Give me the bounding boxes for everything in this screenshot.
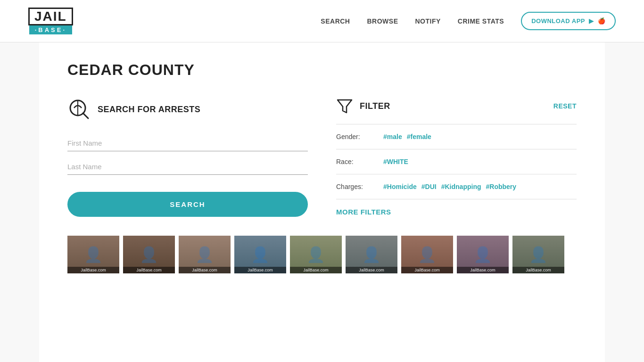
last-name-input[interactable] (67, 159, 308, 175)
filter-header: FILTER RESET (336, 98, 577, 115)
mugshot-6[interactable]: 👤 JailBase.com (346, 236, 397, 273)
mugshot-watermark-6: JailBase.com (346, 267, 397, 273)
mugshot-watermark-9: JailBase.com (512, 267, 564, 273)
charge-tag-homicide[interactable]: #Homicide (383, 183, 417, 190)
mugshot-1[interactable]: 👤 JailBase.com (67, 236, 119, 273)
search-button[interactable]: SEARCH (67, 192, 308, 217)
more-filters-button[interactable]: MORE FILTERS (336, 208, 391, 216)
race-label: Race: (336, 158, 374, 165)
jail-text: JAIL (34, 9, 67, 24)
download-label: DOWNLOAD APP (531, 17, 585, 25)
header: JAIL ·BASE· SEARCH BROWSE NOTIFY CRIME S… (0, 0, 644, 42)
apple-icon: 🍎 (598, 17, 606, 25)
filter-section: FILTER RESET Gender: #male #female Race:… (336, 98, 577, 217)
svg-marker-3 (338, 100, 352, 113)
nav: SEARCH BROWSE NOTIFY CRIME STATS DOWNLOA… (321, 12, 616, 30)
svg-line-1 (83, 113, 88, 118)
search-section-title: SEARCH FOR ARRESTS (98, 105, 200, 115)
download-app-button[interactable]: DOWNLOAD APP ▶ 🍎 (521, 12, 616, 30)
search-filter-row: SEARCH FOR ARRESTS SEARCH FILTER R (67, 98, 577, 217)
gender-label: Gender: (336, 133, 374, 140)
search-section: SEARCH FOR ARRESTS SEARCH (67, 98, 308, 217)
mugshot-watermark-8: JailBase.com (457, 267, 509, 273)
nav-browse[interactable]: BROWSE (367, 17, 398, 25)
race-tag-white[interactable]: #WHITE (383, 158, 408, 165)
filter-title: FILTER (360, 101, 390, 111)
base-text: ·BASE· (35, 26, 66, 33)
mugshot-watermark-3: JailBase.com (179, 267, 231, 273)
main-content: CEDAR COUNTY SEARCH FOR ARRESTS SEARCH (39, 42, 605, 362)
gender-tags: #male #female (383, 133, 431, 140)
nav-search[interactable]: SEARCH (321, 17, 350, 25)
nav-notify[interactable]: NOTIFY (415, 17, 440, 25)
mugshot-5[interactable]: 👤 JailBase.com (290, 236, 342, 273)
mugshot-3[interactable]: 👤 JailBase.com (179, 236, 231, 273)
mugshot-watermark-5: JailBase.com (290, 267, 342, 273)
search-header: SEARCH FOR ARRESTS (67, 98, 308, 121)
mugshot-7[interactable]: 👤 JailBase.com (401, 236, 453, 273)
logo-base: ·BASE· (29, 25, 72, 34)
logo-jail: JAIL (28, 8, 73, 25)
mugshot-9[interactable]: 👤 JailBase.com (512, 236, 564, 273)
mugshot-watermark-2: JailBase.com (123, 267, 175, 273)
charge-tag-robbery[interactable]: #Robbery (486, 183, 517, 190)
gender-tag-male[interactable]: #male (383, 133, 402, 140)
page-title: CEDAR COUNTY (67, 61, 577, 79)
charge-tag-kidnapping[interactable]: #Kidnapping (441, 183, 481, 190)
first-name-input[interactable] (67, 135, 308, 151)
mugshot-2[interactable]: 👤 JailBase.com (123, 236, 175, 273)
search-arrests-icon (67, 98, 91, 121)
charges-filter-row: Charges: #Homicide #DUI #Kidnapping #Rob… (336, 174, 577, 199)
mugshot-watermark-1: JailBase.com (67, 267, 119, 273)
first-name-group (67, 135, 308, 151)
charge-tag-dui[interactable]: #DUI (421, 183, 437, 190)
gender-tag-female[interactable]: #female (407, 133, 431, 140)
reset-button[interactable]: RESET (553, 102, 577, 110)
race-tags: #WHITE (383, 158, 408, 165)
mugshot-4[interactable]: 👤 JailBase.com (234, 236, 286, 273)
mugshot-8[interactable]: 👤 JailBase.com (457, 236, 509, 273)
last-name-group (67, 159, 308, 175)
mugshot-watermark-7: JailBase.com (401, 267, 453, 273)
filter-icon (336, 98, 353, 115)
mugshot-watermark-4: JailBase.com (234, 267, 286, 273)
mugshots-row: 👤 JailBase.com 👤 JailBase.com 👤 JailBase… (67, 236, 577, 273)
filter-header-left: FILTER (336, 98, 390, 115)
charges-label: Charges: (336, 183, 374, 190)
race-filter-row: Race: #WHITE (336, 149, 577, 174)
nav-crime-stats[interactable]: CRIME STATS (458, 17, 504, 25)
gender-filter-row: Gender: #male #female (336, 124, 577, 149)
play-icon: ▶ (589, 17, 594, 25)
charges-tags: #Homicide #DUI #Kidnapping #Robbery (383, 183, 516, 190)
logo[interactable]: JAIL ·BASE· (28, 8, 73, 34)
